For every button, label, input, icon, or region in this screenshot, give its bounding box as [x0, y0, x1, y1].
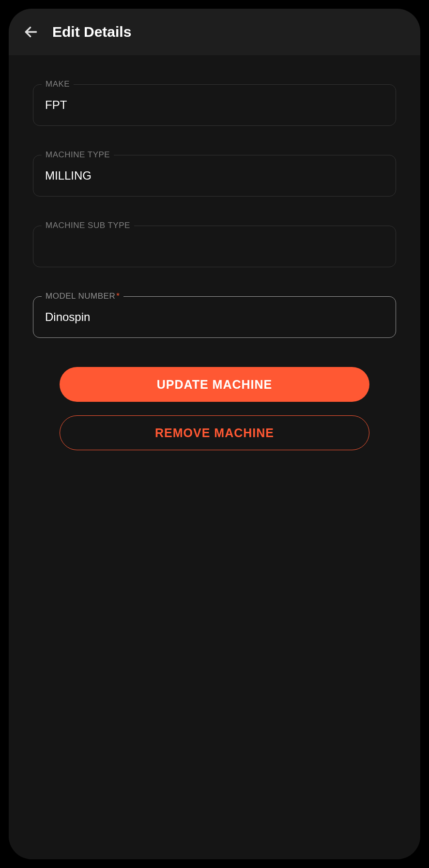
update-machine-button[interactable]: UPDATE MACHINE [60, 367, 369, 402]
make-input[interactable] [33, 84, 396, 126]
make-label: MAKE [42, 79, 74, 89]
page-title: Edit Details [52, 24, 131, 40]
required-asterisk: * [116, 291, 120, 301]
machine-type-label: MACHINE TYPE [42, 150, 114, 160]
model-number-field-group: MODEL NUMBER* [33, 296, 396, 338]
arrow-left-icon [23, 24, 39, 40]
button-container: UPDATE MACHINE REMOVE MACHINE [33, 367, 396, 464]
make-field-group: MAKE [33, 84, 396, 126]
phone-screen: Edit Details MAKE MACHINE TYPE MACHINE S… [9, 9, 420, 859]
remove-machine-button[interactable]: REMOVE MACHINE [60, 415, 369, 450]
model-number-input[interactable] [33, 296, 396, 338]
machine-type-input[interactable] [33, 155, 396, 197]
machine-type-field-group: MACHINE TYPE [33, 155, 396, 197]
machine-sub-type-label: MACHINE SUB TYPE [42, 221, 134, 230]
form-content: MAKE MACHINE TYPE MACHINE SUB TYPE MODEL… [9, 55, 420, 859]
machine-sub-type-field-group: MACHINE SUB TYPE [33, 226, 396, 267]
phone-frame: Edit Details MAKE MACHINE TYPE MACHINE S… [0, 0, 429, 868]
model-number-label-text: MODEL NUMBER [46, 291, 115, 301]
machine-sub-type-input[interactable] [33, 226, 396, 267]
app-header: Edit Details [9, 9, 420, 55]
model-number-label: MODEL NUMBER* [42, 291, 123, 301]
back-button[interactable] [23, 24, 39, 40]
